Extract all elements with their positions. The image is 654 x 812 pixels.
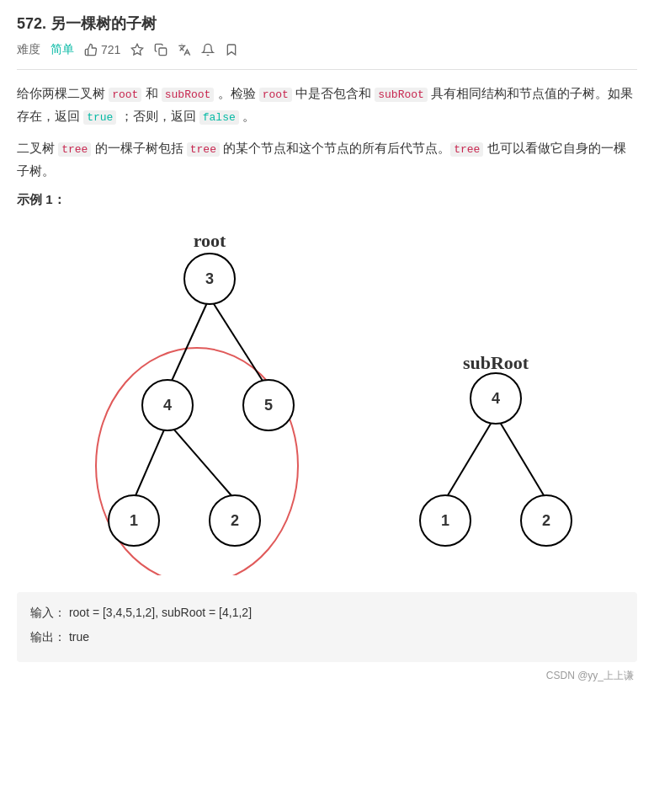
edge-4-2	[167, 422, 235, 499]
desc-p2: 二叉树 tree 的一棵子树包括 tree 的某个节点和这个节点的所有后代节点。…	[17, 136, 637, 182]
like-icon	[84, 43, 98, 56]
difficulty-label: 难度	[17, 42, 40, 57]
like-group[interactable]: 721	[84, 43, 120, 56]
translate-group[interactable]	[178, 43, 191, 56]
svg-marker-0	[132, 44, 143, 55]
output-line: 输出： true	[30, 627, 624, 648]
likes-count: 721	[101, 43, 120, 56]
example-title: 示例 1：	[17, 192, 637, 208]
node-4-label: 4	[162, 397, 171, 414]
subroot-node-1-label: 1	[440, 512, 449, 529]
output-value: true	[69, 630, 89, 644]
desc-p1: 给你两棵二叉树 root 和 subRoot 。检验 root 中是否包含和 s…	[17, 82, 637, 128]
description: 给你两棵二叉树 root 和 subRoot 。检验 root 中是否包含和 s…	[17, 82, 637, 182]
node-2-label: 2	[230, 512, 238, 529]
edge-3-5	[210, 297, 269, 390]
svg-rect-1	[159, 48, 167, 56]
page-title: 572. 另一棵树的子树	[17, 13, 637, 34]
bookmark-icon	[225, 43, 238, 56]
difficulty-value: 简单	[51, 42, 74, 57]
input-value: root = [3,4,5,1,2], subRoot = [4,1,2]	[69, 606, 252, 619]
subroot-node-2-label: 2	[541, 512, 550, 529]
translate-icon	[178, 43, 191, 56]
root-label: root	[193, 230, 226, 251]
edge-m4-m1	[445, 415, 496, 499]
output-label: 输出：	[30, 630, 66, 644]
bookmark-group[interactable]	[225, 43, 238, 56]
page-container: 572. 另一棵树的子树 难度 简单 721 给你两棵二叉树 root 和 su…	[0, 0, 654, 697]
root-tree-svg: root 3 4 5 1 2	[66, 222, 353, 575]
difficulty-row: 难度 简单 721	[17, 42, 637, 57]
copy-icon	[154, 43, 167, 56]
edge-4-1	[134, 422, 167, 499]
node-1-label: 1	[129, 512, 137, 529]
divider	[17, 69, 637, 70]
bell-group[interactable]	[201, 43, 215, 56]
edge-3-4	[167, 297, 210, 390]
node-3-label: 3	[205, 270, 213, 287]
subroot-tree-svg: subRoot 4 1 2	[403, 222, 588, 575]
bell-icon	[201, 43, 215, 56]
input-output-box: 输入： root = [3,4,5,1,2], subRoot = [4,1,2…	[17, 592, 637, 661]
subroot-label: subRoot	[462, 352, 529, 373]
subroot-node-4-label: 4	[491, 390, 499, 407]
star-group[interactable]	[130, 43, 144, 56]
watermark: CSDN @yy_上上谦	[17, 669, 637, 683]
input-label: 输入：	[30, 606, 66, 619]
node-5-label: 5	[263, 397, 272, 414]
star-icon	[130, 43, 144, 56]
diagram-container: root 3 4 5 1 2	[17, 222, 637, 575]
input-line: 输入： root = [3,4,5,1,2], subRoot = [4,1,2…	[30, 602, 624, 623]
edge-m4-m2	[496, 415, 546, 499]
copy-group[interactable]	[154, 43, 167, 56]
